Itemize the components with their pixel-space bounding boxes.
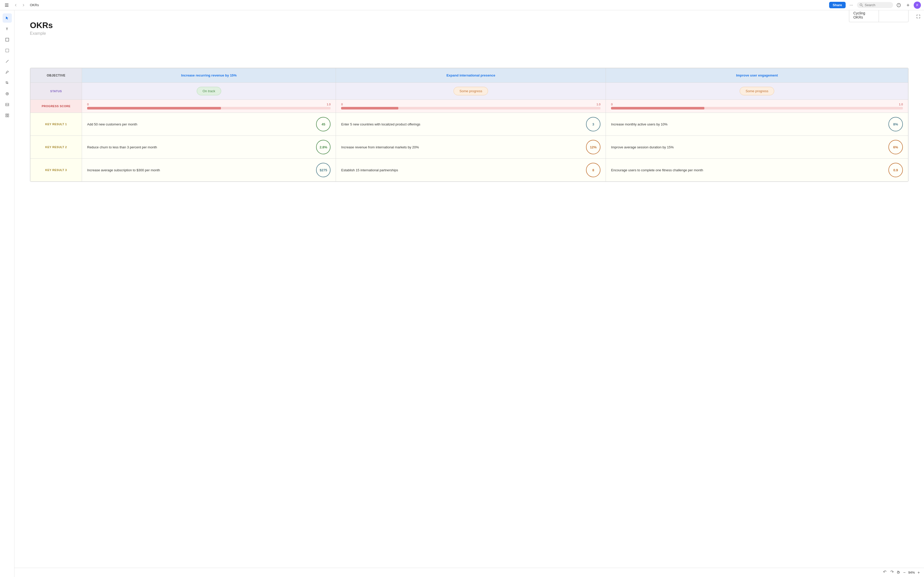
help-button[interactable]: ? — [895, 2, 902, 9]
avatar[interactable]: F — [914, 2, 921, 9]
search-input[interactable] — [865, 3, 890, 7]
kr-cell-1-3: Increase average subscription to $300 pe… — [82, 159, 336, 182]
svg-rect-0 — [5, 3, 8, 4]
forward-button[interactable] — [20, 2, 27, 8]
progress-bar-fill — [341, 107, 398, 110]
kr-text: Establish 15 international partnerships — [341, 168, 583, 172]
kr-text: Increase average subscription to $300 pe… — [87, 168, 313, 172]
grid-tool[interactable] — [3, 111, 12, 120]
kr-content: Establish 15 international partnerships … — [341, 163, 601, 177]
add-button[interactable] — [905, 2, 912, 9]
progress-bar-fill — [87, 107, 221, 110]
line-tool[interactable] — [3, 56, 12, 66]
progress-cell-3: 0 1.0 — [606, 100, 908, 113]
kr-circle: 0.9 — [888, 163, 903, 177]
svg-point-14 — [7, 93, 8, 94]
kr-label-2: KEY RESULT 2 — [31, 136, 82, 159]
kr-circle: 8% — [888, 117, 903, 131]
component-tool[interactable] — [3, 89, 12, 98]
svg-rect-2 — [5, 6, 8, 7]
bottombar: − 94% + — [15, 568, 924, 577]
kr-circle: 2.8% — [316, 140, 331, 154]
objective-col-2: Expand international presence — [336, 68, 606, 83]
status-cell-2: Some progress — [336, 83, 606, 100]
kr-label-3: KEY RESULT 3 — [31, 159, 82, 182]
kr-text: Increase revenue from international mark… — [341, 145, 583, 149]
kr-circle: $275 — [316, 163, 331, 177]
meta-okrs: OKRs Fredwin Cycling OKRs — [849, 10, 879, 22]
progress-min: 0 — [341, 103, 342, 106]
doc-title: OKRs — [30, 21, 53, 30]
kr-text: Encourage users to complete one fitness … — [611, 168, 885, 172]
kr-cell-3-3: Encourage users to complete one fitness … — [606, 159, 908, 182]
okr-table-container: OBJECTIVE Increase recurring revenue by … — [30, 68, 908, 182]
progress-min: 0 — [611, 103, 612, 106]
svg-rect-11 — [6, 49, 9, 52]
kr-circle: 6% — [888, 140, 903, 154]
search-icon — [859, 3, 863, 7]
progress-bar-fill — [611, 107, 704, 110]
kr-content: Encourage users to complete one fitness … — [611, 163, 903, 177]
progress-cell-1: 0 1.0 — [82, 100, 336, 113]
status-cell-3: Some progress — [606, 83, 908, 100]
kr-text: Increase monthly active users by 10% — [611, 122, 885, 126]
zoom-out-button[interactable]: − — [903, 570, 905, 575]
shape-tool[interactable] — [3, 35, 12, 44]
back-button[interactable] — [12, 2, 19, 8]
hand-tool[interactable] — [897, 570, 901, 575]
kr-text: Add 50 new customers per month — [87, 122, 313, 126]
progress-max: 1.0 — [899, 103, 903, 106]
nav-buttons — [12, 2, 27, 8]
left-sidebar: T — [0, 10, 15, 577]
status-row-label: STATUS — [31, 83, 82, 100]
main-content: OKRs Example OKRs Fredwin Cycling OKRs D… — [15, 10, 924, 577]
crop-tool[interactable] — [3, 78, 12, 88]
pen-tool[interactable] — [3, 68, 12, 77]
image-tool[interactable] — [3, 100, 12, 109]
kr-cell-2-1: Enter 5 new countries with localized pro… — [336, 113, 606, 136]
kr-content: Add 50 new customers per month 45 — [87, 117, 331, 131]
svg-rect-19 — [8, 116, 9, 117]
status-cell-1: On track — [82, 83, 336, 100]
kr-cell-2-3: Establish 15 international partnerships … — [336, 159, 606, 182]
zoom-in-button[interactable]: + — [918, 570, 920, 575]
topbar: OKRs Share ··· ? F — [0, 0, 924, 10]
search-box — [857, 2, 893, 8]
frame-tool[interactable] — [3, 46, 12, 55]
kr-text: Enter 5 new countries with localized pro… — [341, 122, 583, 126]
progress-min: 0 — [87, 103, 89, 106]
text-tool[interactable]: T — [3, 24, 12, 34]
progress-max: 1.0 — [327, 103, 331, 106]
meta-table: OKRs Fredwin Cycling OKRs Date 2H — [849, 10, 908, 22]
meta-date-value: 2H — [883, 10, 904, 11]
progress-bar-bg — [611, 107, 903, 110]
kr-circle: 45 — [316, 117, 331, 131]
fullscreen-button[interactable] — [915, 13, 922, 20]
kr-circle: 3 — [586, 117, 601, 131]
kr-content: Increase revenue from international mark… — [341, 140, 601, 154]
status-badge: Some progress — [454, 87, 488, 95]
kr-text: Improve average session duration by 15% — [611, 145, 885, 149]
progress-cell-2: 0 1.0 — [336, 100, 606, 113]
kr-text: Reduce churn to less than 3 percent per … — [87, 145, 313, 149]
doc-subtitle: Example — [30, 31, 53, 36]
kr-content: Reduce churn to less than 3 percent per … — [87, 140, 331, 154]
progress-numbers: 0 1.0 — [87, 103, 331, 106]
redo-button[interactable] — [890, 570, 894, 575]
kr-content: Increase average subscription to $300 pe… — [87, 163, 331, 177]
undo-button[interactable] — [883, 570, 887, 575]
svg-rect-1 — [5, 5, 8, 5]
progress-row-label: PROGRESS SCORE — [31, 100, 82, 113]
share-button[interactable]: Share — [829, 2, 846, 8]
svg-text:T: T — [6, 27, 8, 31]
objective-col-3: Improve user engagement — [606, 68, 908, 83]
svg-text:?: ? — [898, 4, 900, 7]
kr-cell-1-1: Add 50 new customers per month 45 — [82, 113, 336, 136]
cursor-tool[interactable] — [3, 13, 12, 23]
svg-rect-17 — [8, 114, 9, 115]
svg-line-4 — [862, 6, 863, 7]
progress-numbers: 0 1.0 — [341, 103, 601, 106]
sidebar-toggle-button[interactable] — [3, 2, 10, 9]
more-options-button[interactable]: ··· — [848, 2, 855, 9]
kr-content: Improve average session duration by 15% … — [611, 140, 903, 154]
